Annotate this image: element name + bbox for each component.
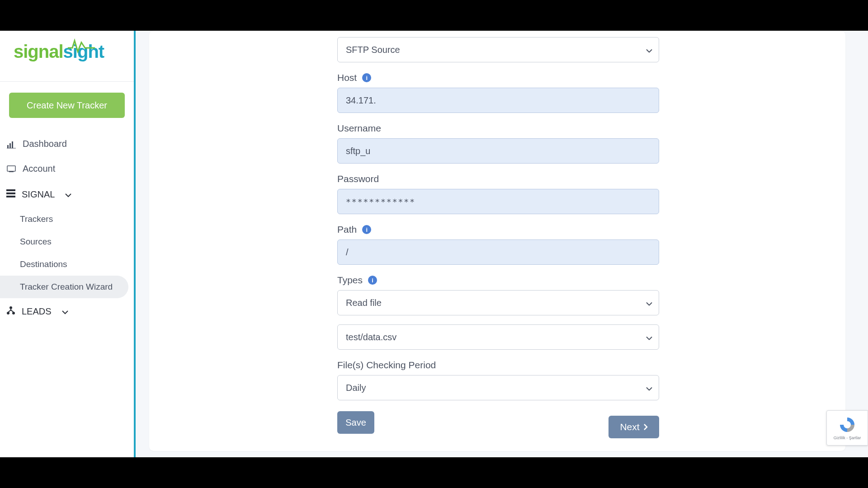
logo: signalsight bbox=[0, 31, 134, 82]
chevron-down-icon bbox=[646, 332, 652, 343]
svg-rect-0 bbox=[7, 145, 9, 148]
host-label: Host i bbox=[337, 72, 659, 83]
account-icon bbox=[6, 165, 16, 173]
info-icon[interactable]: i bbox=[362, 73, 371, 82]
username-label: Username bbox=[337, 123, 659, 134]
sidebar-section-label-signal: SIGNAL bbox=[22, 189, 55, 200]
svg-rect-3 bbox=[7, 166, 15, 171]
signal-section-icon bbox=[6, 189, 15, 200]
types-label: Types i bbox=[337, 275, 659, 286]
sidebar-item-tracker-wizard[interactable]: Tracker Creation Wizard bbox=[0, 276, 128, 298]
svg-rect-2 bbox=[12, 141, 13, 148]
sidebar: signalsight Create New Tracker Dashboard… bbox=[0, 31, 136, 457]
main-content: SFTP Source Host i 34.171. Username sftp… bbox=[136, 31, 868, 457]
source-type-select[interactable]: SFTP Source bbox=[337, 37, 659, 62]
sidebar-section-label-leads: LEADS bbox=[22, 306, 52, 317]
sidebar-item-dashboard[interactable]: Dashboard bbox=[0, 131, 134, 156]
dashboard-icon bbox=[6, 140, 16, 149]
chevron-right-icon bbox=[643, 423, 648, 431]
chevron-down-icon bbox=[646, 383, 652, 393]
period-label: File(s) Checking Period bbox=[337, 360, 659, 371]
svg-rect-1 bbox=[9, 143, 11, 148]
sidebar-label-account: Account bbox=[23, 164, 55, 174]
create-tracker-button[interactable]: Create New Tracker bbox=[9, 93, 125, 118]
logo-text-1: signal bbox=[14, 42, 63, 61]
logo-pulse-icon bbox=[68, 38, 95, 53]
password-input[interactable]: ************ bbox=[337, 189, 659, 214]
info-icon[interactable]: i bbox=[362, 225, 371, 234]
next-button[interactable]: Next bbox=[609, 416, 659, 438]
info-icon[interactable]: i bbox=[368, 276, 377, 285]
svg-rect-4 bbox=[9, 171, 14, 172]
chevron-down-icon bbox=[646, 45, 652, 55]
leads-section-icon bbox=[6, 306, 15, 317]
svg-rect-6 bbox=[6, 192, 15, 194]
sidebar-item-account[interactable]: Account bbox=[0, 156, 134, 181]
svg-rect-5 bbox=[6, 189, 15, 191]
svg-rect-7 bbox=[6, 196, 15, 197]
path-label: Path i bbox=[337, 224, 659, 235]
period-select[interactable]: Daily bbox=[337, 375, 659, 400]
sidebar-item-sources[interactable]: Sources bbox=[0, 230, 128, 253]
period-value: Daily bbox=[346, 383, 366, 393]
recaptcha-badge[interactable]: Gizlilik - Şartlar bbox=[826, 410, 868, 446]
path-input[interactable]: / bbox=[337, 239, 659, 265]
sidebar-label-dashboard: Dashboard bbox=[23, 139, 67, 149]
chevron-down-icon bbox=[646, 298, 652, 308]
sidebar-item-destinations[interactable]: Destinations bbox=[0, 253, 128, 276]
sidebar-item-trackers[interactable]: Trackers bbox=[0, 208, 128, 230]
sidebar-section-signal[interactable]: SIGNAL bbox=[0, 181, 134, 208]
host-value: 34.171. bbox=[346, 95, 376, 106]
source-type-value: SFTP Source bbox=[346, 45, 400, 55]
recaptcha-icon bbox=[838, 416, 856, 434]
chevron-down-icon bbox=[61, 306, 69, 317]
recaptcha-text: Gizlilik - Şartlar bbox=[834, 436, 861, 440]
form-card: SFTP Source Host i 34.171. Username sftp… bbox=[149, 31, 845, 451]
svg-point-8 bbox=[9, 306, 12, 309]
file-value: test/data.csv bbox=[346, 332, 396, 343]
types-value: Read file bbox=[346, 298, 382, 308]
next-label: Next bbox=[620, 422, 639, 432]
path-value: / bbox=[346, 247, 349, 258]
save-button[interactable]: Save bbox=[337, 411, 374, 434]
username-value: sftp_u bbox=[346, 146, 370, 156]
chevron-down-icon bbox=[65, 189, 72, 200]
host-input[interactable]: 34.171. bbox=[337, 88, 659, 113]
username-input[interactable]: sftp_u bbox=[337, 138, 659, 164]
types-select[interactable]: Read file bbox=[337, 290, 659, 315]
password-label: Password bbox=[337, 174, 659, 184]
file-select[interactable]: test/data.csv bbox=[337, 324, 659, 350]
password-value: ************ bbox=[346, 197, 415, 206]
sidebar-section-leads[interactable]: LEADS bbox=[0, 298, 134, 325]
